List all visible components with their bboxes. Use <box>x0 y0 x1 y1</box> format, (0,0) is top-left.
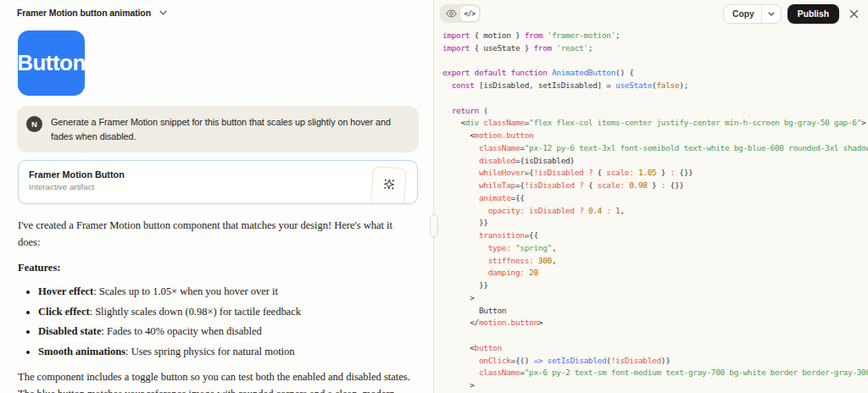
code-toggle-button[interactable]: </> <box>460 6 479 21</box>
code-line: }} <box>442 280 868 292</box>
code-line: > <box>442 292 868 305</box>
user-avatar: N <box>26 116 42 132</box>
user-message: N Generate a Framer Motion snippet for t… <box>17 106 419 152</box>
artifact-toolbar: </> Copy Publish <box>434 0 868 23</box>
code-line: <button <box>442 342 868 355</box>
code-line <box>442 92 868 105</box>
code-line: <div className="flex flex-col items-cent… <box>442 117 868 130</box>
code-line: opacity: isDisabled ? 0.4 : 1, <box>442 205 868 218</box>
artifact-preview-page <box>370 166 407 204</box>
publish-button[interactable]: Publish <box>787 4 839 24</box>
features-list: Hover effect: Scales up to 1.05× when yo… <box>18 284 410 360</box>
code-line <box>442 329 868 342</box>
code-block: import { motion } from 'framer-motion';i… <box>434 23 868 392</box>
conversation-title: Framer Motion button animation <box>17 8 151 18</box>
motion-sparkle-icon <box>382 178 396 191</box>
assistant-response: I've created a Framer Motion button comp… <box>18 217 410 393</box>
artifact-panel: </> Copy Publish import { motion } from … <box>434 0 868 393</box>
chevron-down-icon <box>159 10 167 15</box>
code-line: className="px-12 py-6 text-3xl font-semi… <box>442 142 868 155</box>
features-heading: Features: <box>18 259 410 276</box>
code-line: return ( <box>442 105 868 118</box>
preview-toggle-button[interactable] <box>442 6 460 21</box>
toolbar-actions: Copy Publish <box>723 4 860 24</box>
code-line: import { useState } from 'react'; <box>442 42 868 55</box>
button-image-label: Button <box>18 50 85 76</box>
app-root: Framer Motion button animation Button N … <box>0 0 868 393</box>
code-line: transition={{ <box>442 230 868 242</box>
feature-item: Click effect: Slightly scales down (0.98… <box>38 304 410 321</box>
feature-item: Smooth animations: Uses spring physics f… <box>38 344 410 361</box>
code-line: className="px-6 py-2 text-sm font-medium… <box>442 367 868 379</box>
artifact-card[interactable]: Framer Motion Button Interactive artifac… <box>18 160 418 204</box>
copy-split-button: Copy <box>723 4 782 24</box>
button-image-thumbnail[interactable]: Button <box>18 30 85 96</box>
code-line: damping: 20 <box>442 267 868 280</box>
code-line: whileTap={!isDisabled ? { scale: 0.98 } … <box>442 180 868 192</box>
panel-resize-handle[interactable] <box>430 214 438 237</box>
response-outro: The component includes a toggle button s… <box>18 368 410 393</box>
code-line: whileHover={!isDisabled ? { scale: 1.05 … <box>442 167 868 180</box>
code-line: onClick={() => setIsDisabled(!isDisabled… <box>442 355 868 368</box>
code-line: Button <box>442 305 868 318</box>
close-icon <box>849 9 859 19</box>
code-line: }} <box>442 217 868 230</box>
copy-options-button[interactable] <box>762 12 781 16</box>
conversation-panel: Framer Motion button animation Button N … <box>0 0 433 393</box>
copy-button[interactable]: Copy <box>724 9 761 19</box>
view-toggle-group: </> <box>440 4 481 23</box>
artifact-title: Framer Motion Button <box>29 169 417 180</box>
code-icon: </> <box>465 10 476 18</box>
conversation-header: Framer Motion button animation <box>0 0 433 18</box>
code-line: type: "spring", <box>442 242 868 255</box>
code-line: import { motion } from 'framer-motion'; <box>442 30 868 42</box>
response-intro: I've created a Framer Motion button comp… <box>18 217 410 251</box>
code-line: export default function AnimatedButton()… <box>442 67 868 80</box>
feature-item: Hover effect: Scales up to 1.05× when yo… <box>38 284 410 301</box>
close-artifact-button[interactable] <box>848 8 860 20</box>
code-line <box>442 55 868 68</box>
code-line: animate={{ <box>442 192 868 205</box>
code-line: const [isDisabled, setIsDisabled] = useS… <box>442 80 868 92</box>
code-line: </motion.button> <box>442 317 868 329</box>
code-line: > <box>442 379 868 392</box>
artifact-subtitle: Interactive artifact <box>29 182 417 191</box>
code-line: stiffness: 300, <box>442 255 868 268</box>
user-message-text: Generate a Framer Motion snippet for thi… <box>51 115 407 143</box>
eye-icon <box>446 9 457 18</box>
code-line: <motion.button <box>442 130 868 142</box>
code-line: disabled={isDisabled} <box>442 155 868 168</box>
feature-item: Disabled state: Fades to 40% opacity whe… <box>38 324 410 340</box>
chevron-down-icon <box>768 12 775 16</box>
conversation-title-dropdown[interactable]: Framer Motion button animation <box>17 8 167 18</box>
